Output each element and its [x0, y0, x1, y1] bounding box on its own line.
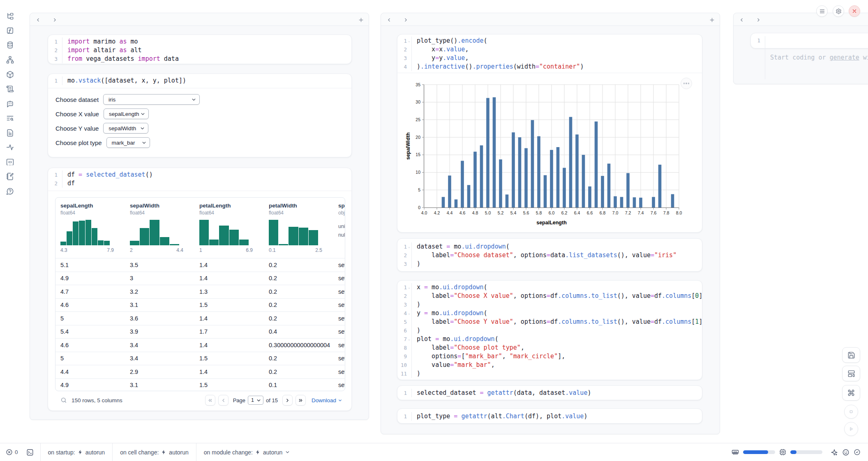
stop-button[interactable]: [844, 405, 858, 419]
dropdown-dataset[interactable]: iris: [103, 94, 200, 105]
menu-button[interactable]: [816, 5, 828, 17]
sidebar-logs-button[interactable]: [6, 85, 14, 93]
table-row[interactable]: 5.13.51.40.2setosa: [55, 258, 345, 272]
sidebar-documentation-button[interactable]: [6, 129, 14, 137]
table-cell: 1.4: [194, 342, 264, 348]
column-collapse-right-button[interactable]: [50, 15, 59, 24]
keyboard-shortcuts-button[interactable]: [842, 385, 860, 401]
close-app-button[interactable]: [849, 5, 860, 17]
table-cell: 3: [125, 275, 194, 281]
cell-selected-dataset[interactable]: 1selected_dataset = getattr(data, datase…: [397, 385, 702, 400]
dropdown-y-value[interactable]: sepalWidth: [103, 123, 148, 134]
code-editor[interactable]: 1selected_dataset = getattr(data, datase…: [397, 386, 702, 400]
table-row[interactable]: 4.931.40.2setosa: [55, 272, 345, 285]
column-header-species[interactable]: speciesobjectunique:nulls:: [333, 198, 345, 258]
add-column-button[interactable]: [356, 15, 365, 24]
column-header-sepalLength[interactable]: sepalLengthfloat644.37.9: [55, 198, 125, 258]
sidebar-outline-search-button[interactable]: [6, 114, 14, 122]
column-collapse-left-button[interactable]: [384, 15, 393, 24]
code-line: plot_type().encode(: [417, 37, 702, 45]
sidebar-tracing-button[interactable]: [6, 143, 14, 152]
chart-actions-button[interactable]: [681, 78, 692, 89]
terminal-icon[interactable]: [26, 449, 34, 456]
connection-status-icon[interactable]: [854, 449, 861, 456]
table-row[interactable]: 53.61.40.2setosa: [55, 311, 345, 325]
code-lines: mo.vstack([dataset, x, y, plot]): [62, 76, 351, 85]
code-editor[interactable]: 12df = selected_dataset()df: [48, 168, 351, 191]
on-module-change-setting[interactable]: on module change: autorun: [196, 443, 298, 461]
search-icon[interactable]: [60, 397, 67, 403]
code-line: mo.vstack([dataset, x, y, plot]): [67, 76, 351, 85]
save-button[interactable]: [842, 347, 860, 363]
line-number-gutter: 1: [48, 76, 62, 85]
column-collapse-right-button[interactable]: [754, 15, 763, 24]
page-select[interactable]: 1: [248, 396, 263, 405]
sidebar-dependency-graph-button[interactable]: [6, 56, 14, 64]
ai-sparkles-icon[interactable]: [831, 449, 838, 456]
code-editor[interactable]: 123import marimo as moimport altair as a…: [48, 35, 351, 66]
column-collapse-right-button[interactable]: [401, 15, 410, 24]
dropdown-plot-type[interactable]: mark_bar: [106, 137, 150, 148]
histogram-range: 16.9: [199, 247, 253, 253]
add-column-button[interactable]: [707, 15, 716, 24]
on-startup-setting[interactable]: on startup: autorun: [41, 443, 113, 461]
page-total-label: of 15: [266, 397, 278, 403]
cell-df[interactable]: 12df = selected_dataset()dfsepalLengthfl…: [48, 168, 352, 411]
bot-icon[interactable]: [842, 449, 850, 456]
line-number-gutter: 123: [48, 37, 62, 63]
cell-dataset-dropdown[interactable]: 1⌄23dataset = mo.ui.dropdown( label="Cho…: [397, 238, 702, 272]
dropdown-x-value[interactable]: sepalLength: [104, 108, 149, 119]
code-editor[interactable]: 1mo.vstack([dataset, x, y, plot]): [48, 74, 351, 88]
svg-text:25: 25: [416, 117, 420, 122]
column-collapse-left-button[interactable]: [737, 15, 746, 24]
generate-link[interactable]: generate: [830, 54, 859, 61]
on-cell-change-setting[interactable]: on cell change: autorun: [113, 443, 196, 461]
table-cell: 0.2: [264, 302, 333, 308]
code-editor[interactable]: 1plot_type = getattr(alt.Chart(df), plot…: [397, 409, 702, 424]
code-editor[interactable]: 1⌄23dataset = mo.ui.dropdown( label="Cho…: [397, 239, 702, 272]
sidebar-help-button[interactable]: [6, 187, 14, 196]
last-page-button[interactable]: [295, 395, 306, 406]
cell-imports[interactable]: 123import marimo as moimport altair as a…: [48, 35, 352, 64]
table-row[interactable]: 4.63.41.40.30000000000000004setosa: [55, 338, 345, 352]
layout-button[interactable]: [842, 366, 860, 381]
column-header-sepalWidth[interactable]: sepalWidthfloat6424.4: [125, 198, 194, 258]
sidebar-file-explorer-button[interactable]: [6, 12, 14, 21]
table-row[interactable]: 4.93.11.50.1setosa: [55, 378, 345, 392]
dataframe-table: sepalLengthfloat644.37.9sepalWidthfloat6…: [55, 197, 345, 391]
prev-page-button[interactable]: [218, 395, 229, 406]
settings-button[interactable]: [833, 5, 844, 17]
sidebar-ai-chat-button[interactable]: [6, 100, 14, 108]
table-row[interactable]: 53.41.50.2setosa: [55, 352, 345, 365]
column-header-petalLength[interactable]: petalLengthfloat6416.9: [194, 198, 264, 258]
code-editor[interactable]: 1⌄234plot_type().encode( x=x.value, y=y.…: [397, 35, 702, 73]
column-collapse-left-button[interactable]: [33, 15, 42, 24]
cell-plot-encode[interactable]: 1⌄234plot_type().encode( x=x.value, y=y.…: [397, 34, 702, 233]
sidebar-datasources-button[interactable]: [6, 41, 14, 49]
sidebar-snippets-button[interactable]: [6, 158, 14, 166]
table-cell: 3.9: [125, 328, 194, 335]
sidebar-scratchpad-button[interactable]: [6, 173, 14, 181]
table-row[interactable]: 4.73.21.30.2setosa: [55, 285, 345, 298]
cell-placeholder[interactable]: Start coding or generate with AI: [770, 53, 868, 62]
sidebar-packages-button[interactable]: [6, 71, 14, 79]
table-cell: 1.5: [194, 302, 264, 308]
next-page-button[interactable]: [282, 395, 293, 406]
errors-icon[interactable]: [6, 449, 13, 456]
code-editor[interactable]: 1⌄234⌄567⌄891011x = mo.ui.dropdown( labe…: [397, 281, 702, 380]
table-row[interactable]: 5.43.91.70.4setosa: [55, 325, 345, 339]
first-page-button[interactable]: [205, 395, 215, 406]
table-row[interactable]: 4.63.11.50.2setosa: [55, 298, 345, 312]
line-number: 1⌄: [397, 283, 411, 292]
cell-plot-type-getattr[interactable]: 1plot_type = getattr(alt.Chart(df), plot…: [397, 408, 702, 424]
code-line: df: [67, 179, 351, 188]
sidebar-functions-button[interactable]: [6, 27, 14, 35]
altair-bar-chart[interactable]: 4.04.24.44.64.85.05.25.45.65.86.06.26.46…: [397, 73, 703, 233]
column-header-petalWidth[interactable]: petalWidthfloat640.12.5: [264, 198, 333, 258]
table-row[interactable]: 4.42.91.40.2setosa: [55, 365, 345, 378]
cell-vstack[interactable]: 1mo.vstack([dataset, x, y, plot])Choose …: [48, 74, 352, 157]
empty-cell[interactable]: 1 Start coding or generate with AI: [750, 33, 868, 48]
cell-xy-plot-dropdowns[interactable]: 1⌄234⌄567⌄891011x = mo.ui.dropdown( labe…: [397, 280, 702, 380]
run-button[interactable]: [844, 422, 858, 436]
download-button[interactable]: Download: [312, 397, 342, 403]
